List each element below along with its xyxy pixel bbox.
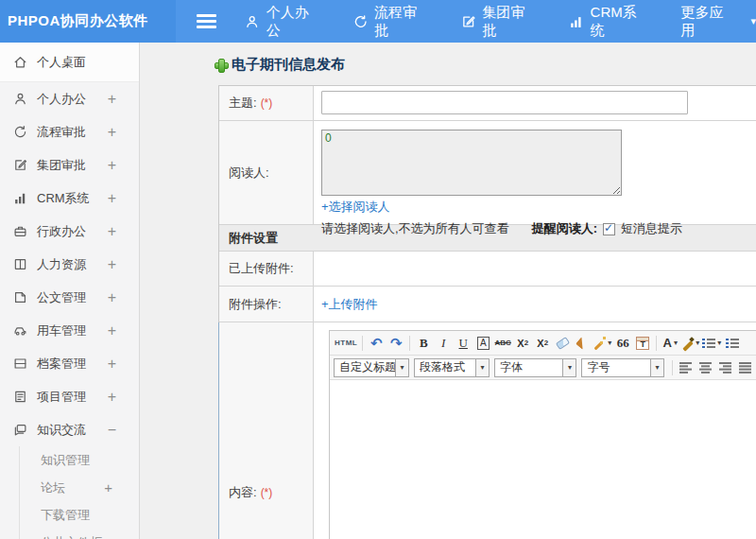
history-icon xyxy=(13,125,27,139)
sidebar-item-official-docs[interactable]: 公文管理 + xyxy=(0,281,139,314)
sidebar-label: 项目管理 xyxy=(37,389,86,406)
sidebar-item-vehicle[interactable]: 用车管理 + xyxy=(0,314,139,347)
expand-icon[interactable]: + xyxy=(108,322,139,339)
source-code-button[interactable]: HTML xyxy=(334,334,358,353)
required-mark: (*) xyxy=(261,96,273,110)
content-area: 个人桌面 个人办公 + 流程审批 + 集团审批 + CRM系统 + xyxy=(0,43,756,539)
sidebar-subitem-public-cabinet[interactable]: 公共文件柜 xyxy=(20,529,139,539)
expand-icon[interactable]: + xyxy=(108,356,139,373)
required-mark: (*) xyxy=(261,486,273,499)
sidebar-subitem-forum[interactable]: 论坛 + xyxy=(20,474,139,501)
align-right-icon[interactable] xyxy=(716,358,735,377)
sidebar-label: 知识交流 xyxy=(37,422,86,439)
app-logo[interactable]: PHPOA协同办公软件 xyxy=(0,0,176,43)
sidebar-item-hr[interactable]: 人力资源 + xyxy=(0,248,139,281)
attachment-ops-cell: +上传附件 xyxy=(314,287,756,322)
uploaded-label: 已上传附件: xyxy=(219,252,314,286)
add-icon xyxy=(215,59,227,71)
page-header: 电子期刊信息发布 xyxy=(215,56,756,74)
sidebar-item-archives[interactable]: 档案管理 + xyxy=(0,347,139,380)
attachment-ops-label: 附件操作: xyxy=(219,287,314,322)
sidebar-item-group-approval[interactable]: 集团审批 + xyxy=(0,148,139,182)
sidebar-sublabel: 论坛 xyxy=(41,479,65,496)
sms-checkbox[interactable] xyxy=(603,223,615,235)
align-justify-icon[interactable] xyxy=(736,358,755,377)
redo-icon[interactable]: ↷ xyxy=(387,334,405,353)
expand-icon[interactable]: + xyxy=(108,91,139,108)
readers-label: 阅读人: xyxy=(219,121,314,224)
sidebar-item-workflow-approval[interactable]: 流程审批 + xyxy=(0,115,139,148)
subscript-button[interactable]: X2 xyxy=(533,334,552,353)
strikethrough-button[interactable]: ABC xyxy=(493,334,512,353)
toolbar-separator xyxy=(672,360,673,375)
menu-toggle-icon[interactable] xyxy=(197,14,216,28)
remind-readers-label: 提醒阅读人: xyxy=(532,220,597,237)
nav-more-apps[interactable]: 更多应用 xyxy=(680,4,735,40)
collapse-icon[interactable]: − xyxy=(108,422,139,439)
expand-icon[interactable]: + xyxy=(108,289,139,306)
paragraph-format-select[interactable]: 段落格式▾ xyxy=(414,358,490,377)
expand-icon[interactable]: + xyxy=(104,479,139,496)
clipboard-icon xyxy=(13,390,27,404)
editor-toolbar-row1: HTML ↶ ↷ B I U A ABC X2 xyxy=(330,331,756,356)
person-icon xyxy=(13,92,27,106)
bold-button[interactable]: B xyxy=(414,334,433,353)
paste-as-text-icon[interactable]: T xyxy=(633,334,652,353)
nav-group-approval[interactable]: 集团审批 xyxy=(461,4,537,40)
toolbar-separator xyxy=(656,336,657,351)
italic-button[interactable]: I xyxy=(434,334,453,353)
font-color-button[interactable]: A▾ xyxy=(661,334,679,353)
nav-personal-office[interactable]: 个人办公 xyxy=(245,4,320,40)
sidebar-item-personal-desktop[interactable]: 个人桌面 xyxy=(0,43,139,82)
highlight-pen-icon[interactable]: ▾ xyxy=(680,334,700,353)
expand-icon[interactable]: + xyxy=(108,256,139,273)
custom-heading-select[interactable]: 自定义标题▾ xyxy=(334,358,409,377)
undo-icon[interactable]: ↶ xyxy=(367,334,386,353)
align-center-icon[interactable] xyxy=(696,358,715,377)
subject-input[interactable] xyxy=(321,91,688,114)
eraser-icon[interactable] xyxy=(553,334,572,353)
font-family-select[interactable]: 字体▾ xyxy=(494,358,577,377)
sidebar-item-admin-office[interactable]: 行政办公 + xyxy=(0,215,139,248)
sidebar-item-knowledge-exchange[interactable]: 知识交流 − xyxy=(0,413,139,446)
sidebar-item-projects[interactable]: 项目管理 + xyxy=(0,380,139,413)
expand-icon[interactable]: + xyxy=(108,190,139,207)
readers-row: 阅读人: 0 +选择阅读人 请选择阅读人,不选为所有人可查看 提醒阅读人: 短消… xyxy=(219,121,756,225)
align-left-icon[interactable] xyxy=(677,358,696,377)
document-icon xyxy=(13,290,27,304)
readers-textarea[interactable]: 0 xyxy=(321,130,622,196)
select-readers-link[interactable]: +选择阅读人 xyxy=(321,199,390,216)
subject-cell xyxy=(314,86,756,120)
sidebar-sublabel: 公共文件柜 xyxy=(41,534,102,539)
nav-workflow-approval[interactable]: 流程审批 xyxy=(353,4,429,40)
editor-toolbar-row2: 自定义标题▾ 段落格式▾ 字体▾ 字号▾ ∞ ∞ xyxy=(330,356,756,380)
upload-attachment-link[interactable]: +上传附件 xyxy=(321,296,378,313)
sidebar-label: 档案管理 xyxy=(37,356,86,373)
chevron-down-icon: ▾ xyxy=(475,359,489,376)
readers-hint: 请选择阅读人,不选为所有人可查看 xyxy=(321,220,509,237)
sidebar-subitem-knowledge-mgmt[interactable]: 知识管理 xyxy=(20,446,139,474)
blockquote-button[interactable]: 66 xyxy=(613,334,632,353)
ordered-list-button[interactable]: ▾ xyxy=(701,334,722,353)
superscript-button[interactable]: X2 xyxy=(513,334,532,353)
bar-chart-icon xyxy=(569,14,583,29)
format-brush-icon[interactable] xyxy=(573,334,592,353)
chevron-down-icon: ▾ xyxy=(650,359,663,376)
highlight-block-button[interactable]: A xyxy=(473,334,492,353)
expand-icon[interactable]: + xyxy=(108,389,139,406)
unordered-list-button[interactable] xyxy=(723,334,742,353)
subject-label: 主题: (*) xyxy=(219,86,314,120)
history-icon xyxy=(353,14,368,29)
underline-button[interactable]: U xyxy=(454,334,472,353)
autoformat-wand-icon[interactable]: ▾ xyxy=(593,334,612,353)
font-size-select[interactable]: 字号▾ xyxy=(581,358,664,377)
chevron-down-icon[interactable]: ▾ xyxy=(751,15,756,27)
nav-crm-system[interactable]: CRM系统 xyxy=(569,4,648,40)
expand-icon[interactable]: + xyxy=(108,124,139,141)
expand-icon[interactable]: + xyxy=(108,223,139,240)
sidebar-subitem-downloads[interactable]: 下载管理 xyxy=(20,501,139,529)
expand-icon[interactable]: + xyxy=(108,157,139,174)
editor-content-area[interactable] xyxy=(330,380,756,539)
sidebar-item-crm[interactable]: CRM系统 + xyxy=(0,182,139,215)
sidebar-item-personal-office[interactable]: 个人办公 + xyxy=(0,82,139,115)
